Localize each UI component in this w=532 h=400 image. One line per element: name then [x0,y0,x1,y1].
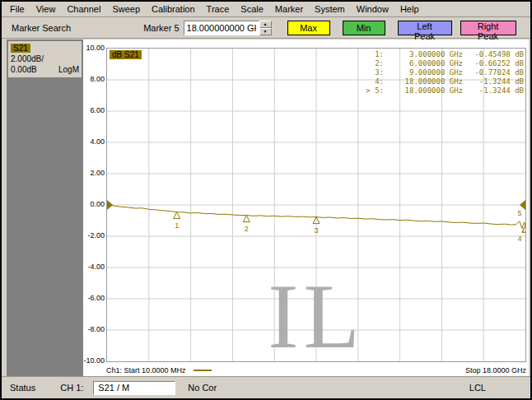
status-bar: Status CH 1: S21 / M No Cor LCL [2,376,530,398]
y-axis-label: 8.00 [83,75,105,84]
marker-label: Marker 5 [143,23,179,33]
watermark: IL [268,265,365,361]
menu-channel[interactable]: Channel [61,3,106,15]
toolbar-title: Marker Search [12,23,71,33]
y-axis-label: 4.00 [83,137,105,147]
stimulus-spinner: ▲ ▼ [259,21,272,35]
y-axis-label: -2.00 [83,231,105,240]
marker-number: 1: [361,50,384,59]
max-search-button[interactable]: Max [287,21,330,35]
marker-value: -0.66252 dB [463,59,524,68]
marker-number-label: 2 [245,225,249,233]
ref-level-marker-left [107,200,113,210]
menu-file[interactable]: File [4,3,30,15]
ref-level-marker-right [520,200,525,210]
marker-number: 2: [361,59,384,68]
menu-sweep[interactable]: Sweep [106,3,146,15]
marker-frequency: 6.000000 GHz [384,59,463,68]
marker-value: -1.3244 dB [463,77,524,86]
marker-value: -0.45498 dB [463,50,524,59]
marker-readout: 1: 3.000000 GHz -0.45498 dB 2: 6.000000 … [361,50,524,95]
spin-down-button[interactable]: ▼ [259,28,272,35]
right-peak-button[interactable]: Right Peak [460,21,516,35]
marker-number: 4: [361,77,384,86]
marker-readout-row: > 5: 18.000000 GHz -1.3244 dB [361,86,524,95]
main-area: S21 2.000dB/ 0.00dB LogM dB S21 10.00 8.… [2,40,530,376]
marker-number-label: 1 [175,221,179,230]
marker-readout-row: 2: 6.000000 GHz -0.66252 dB [361,59,524,68]
marker-stimulus-input[interactable] [184,21,259,35]
menu-view[interactable]: View [30,3,62,15]
measurement-box[interactable]: S21 / M [93,381,175,395]
marker-readout-row: 3: 9.000000 GHz -0.77024 dB [361,68,524,77]
marker-number-label: 4 [517,235,521,243]
min-search-button[interactable]: Min [343,21,385,35]
y-axis-label: 0.00 [83,200,105,209]
analyzer-window: File View Channel Sweep Calibration Trac… [0,0,532,400]
trace-format-label: LogM [58,64,79,75]
menu-help[interactable]: Help [394,3,425,15]
marker-frequency: 18.000000 GHz [384,86,463,95]
y-axis-label: -4.00 [83,263,105,272]
chart-panel: dB S21 10.00 8.00 6.00 4.00 2.00 0.00 -2… [83,40,529,376]
marker-symbol [243,216,250,222]
marker-readout-row: 1: 3.000000 GHz -0.45498 dB [361,50,524,59]
status-label: Status [10,383,35,393]
y-axis-label: 6.00 [83,106,105,115]
y-axis-label: -6.00 [83,294,105,303]
marker-frequency: 3.000000 GHz [384,50,463,59]
marker-number: 3: [361,68,384,77]
correction-status: No Cor [188,383,217,393]
y-axis-label: -10.00 [83,356,105,365]
y-axis-label: 2.00 [83,169,105,178]
marker-value: -1.3244 dB [463,86,524,95]
marker-search-toolbar: Marker Search Marker 5 ▲ ▼ Max Min Left … [2,18,530,39]
measurement-label: S21 / M [98,383,129,393]
trace-status-box[interactable]: S21 2.000dB/ 0.00dB LogM [8,41,82,77]
sweep-start-label: Ch1: Start 10.0000 MHz [106,366,186,374]
marker-frequency: 9.000000 GHz [384,68,463,77]
lcl-status: LCL [469,383,486,393]
y-axis-label: 10.00 [83,44,105,53]
trace-legend-line [194,370,212,371]
sweep-stop-label: Stop 18.0000 GHz [465,366,526,374]
marker-stimulus-control: ▲ ▼ [184,21,272,35]
menu-bar: File View Channel Sweep Calibration Trac… [2,2,530,17]
trace-scale-label: 2.000dB/ [11,53,79,64]
menu-scale[interactable]: Scale [235,3,269,15]
menu-trace[interactable]: Trace [201,3,236,15]
spin-up-button[interactable]: ▲ [259,21,272,28]
menu-marker[interactable]: Marker [269,3,309,15]
marker-value: -0.77024 dB [463,68,524,77]
menu-window[interactable]: Window [351,3,394,15]
menu-calibration[interactable]: Calibration [146,3,201,15]
chart-title: dB S21 [110,50,142,59]
trace-status-panel: S21 2.000dB/ 0.00dB LogM [7,40,83,376]
marker-number: > 5: [361,86,384,95]
y-axis-label: -8.00 [83,325,105,334]
sweep-range-footer: Ch1: Start 10.0000 MHz Stop 18.0000 GHz [106,365,526,376]
marker-readout-row: 4: 18.000000 GHz -1.3244 dB [361,77,524,86]
menu-system[interactable]: System [309,3,351,15]
left-peak-button[interactable]: Left Peak [398,21,452,35]
marker-number-label: 3 [314,226,318,235]
channel-label: CH 1: [60,383,83,393]
marker-number-label: 5 [517,209,521,217]
trace-name-badge: S21 [11,44,30,53]
marker-frequency: 18.000000 GHz [384,77,463,86]
marker-symbol [174,212,180,219]
trace-ref-level-label: 0.00dB [11,64,37,75]
